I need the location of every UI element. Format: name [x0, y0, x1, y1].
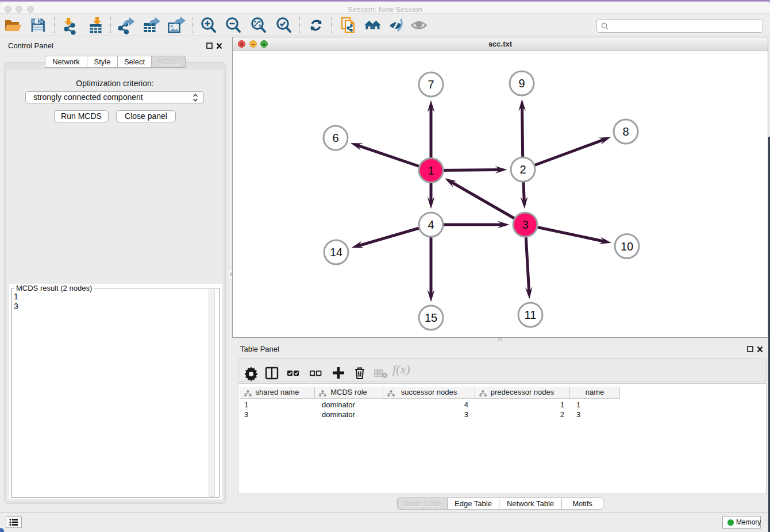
- svg-text:14: 14: [330, 246, 342, 259]
- svg-text:15: 15: [425, 311, 437, 324]
- svg-text:7: 7: [428, 78, 434, 91]
- svg-text:8: 8: [622, 125, 629, 138]
- svg-text:1: 1: [428, 164, 434, 177]
- svg-text:11: 11: [525, 309, 537, 321]
- svg-text:10: 10: [621, 240, 633, 253]
- svg-text:9: 9: [518, 77, 525, 90]
- svg-text:6: 6: [332, 132, 338, 144]
- svg-text:3: 3: [522, 218, 528, 231]
- svg-text:2: 2: [519, 163, 526, 176]
- svg-text:4: 4: [428, 218, 434, 231]
